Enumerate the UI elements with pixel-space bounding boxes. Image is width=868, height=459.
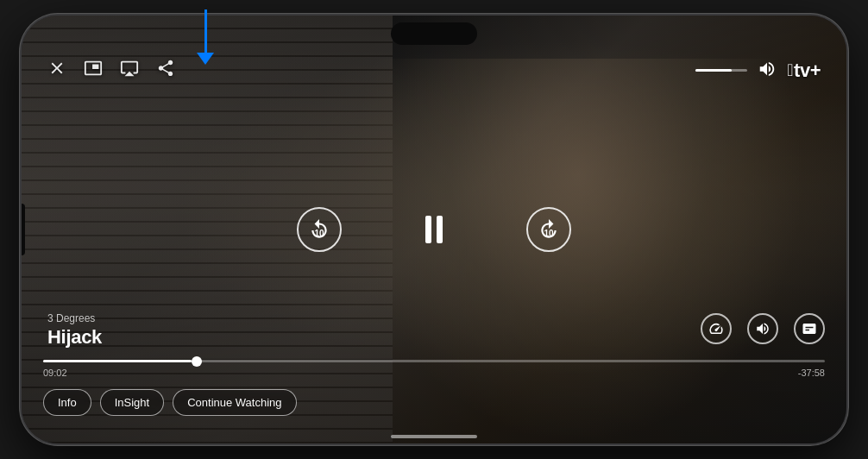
progress-thumb[interactable] [192, 356, 202, 367]
rewind-button[interactable]: 10 [297, 207, 342, 252]
pause-bar-right [437, 216, 443, 243]
title-area: 3 Degrees Hijack [47, 312, 102, 349]
arrow-indicator [192, 9, 218, 65]
arrow-shaft [204, 9, 207, 53]
close-icon [47, 59, 66, 78]
top-controls:  tv+ [22, 59, 846, 82]
progress-track[interactable] [43, 360, 825, 362]
volume-icon [758, 60, 777, 82]
speaker-icon [758, 60, 777, 79]
apple-tv-logo:  tv+ [787, 60, 821, 82]
subtitles-button[interactable] [794, 313, 825, 344]
airplay-button[interactable] [120, 59, 139, 82]
pause-bar-left [425, 216, 431, 243]
volume-bar [695, 69, 747, 72]
rewind-seconds: 10 [314, 229, 324, 238]
continue-watching-pill[interactable]: Continue Watching [173, 389, 296, 416]
progress-fill [43, 360, 192, 362]
phone-frame:  tv+ 10 [20, 14, 848, 445]
pause-icon [425, 216, 443, 243]
volume-fill [695, 69, 732, 72]
info-pill[interactable]: Info [43, 389, 91, 416]
audio-icon [755, 321, 771, 336]
insight-pill[interactable]: InSight [100, 389, 164, 416]
audio-button[interactable] [747, 313, 778, 344]
phone-wrapper:  tv+ 10 [11, 9, 857, 450]
subtitles-icon [802, 321, 817, 336]
current-time: 09:02 [43, 368, 67, 378]
episode-label: 3 Degrees [47, 312, 102, 324]
home-indicator [391, 435, 477, 438]
top-right-controls:  tv+ [695, 60, 821, 82]
arrow-head [197, 53, 214, 65]
speed-icon [708, 321, 724, 336]
airplay-icon [120, 59, 139, 78]
bottom-pills: Info InSight Continue Watching [43, 389, 297, 416]
tv-plus-text: tv+ [794, 60, 821, 82]
forward-button[interactable]: 10 [526, 207, 571, 252]
pause-button[interactable] [411, 206, 457, 253]
close-button[interactable] [47, 59, 66, 82]
time-labels: 09:02 -37:58 [43, 368, 825, 378]
top-left-controls [47, 59, 175, 82]
pip-icon [84, 59, 103, 78]
right-controls [701, 313, 825, 344]
dynamic-island [391, 22, 477, 45]
forward-seconds: 10 [544, 229, 553, 238]
show-title: Hijack [47, 326, 102, 349]
camera-notch [20, 204, 25, 255]
share-button[interactable] [156, 59, 175, 82]
speed-button[interactable] [701, 313, 732, 344]
playback-controls: 10 10 [297, 206, 571, 253]
progress-area: 09:02 -37:58 [22, 360, 846, 378]
pip-button[interactable] [84, 59, 103, 82]
share-icon [156, 59, 175, 78]
apple-icon:  [787, 60, 793, 80]
remaining-time: -37:58 [798, 368, 825, 378]
